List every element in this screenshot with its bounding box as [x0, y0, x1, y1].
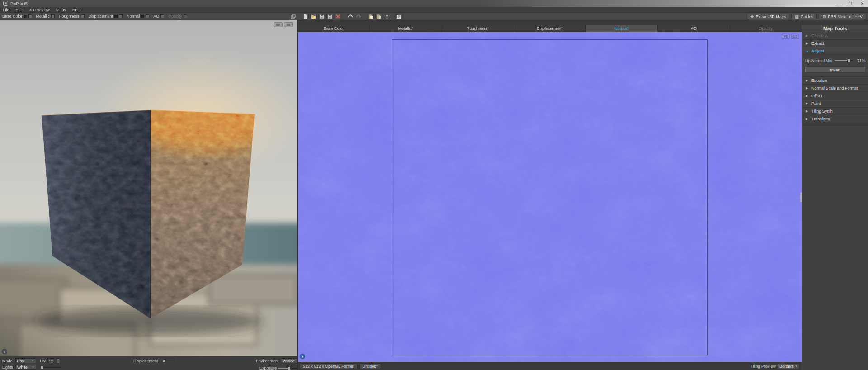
up-normal-mix-slider[interactable] — [835, 60, 853, 61]
invert-button[interactable]: Invert — [805, 67, 865, 73]
collapsed-arrow-icon: ▶ — [806, 117, 809, 121]
normal-swatch[interactable] — [141, 15, 144, 18]
normal-map-canvas[interactable]: Fit 1:1 i — [298, 32, 802, 362]
tab-opacity: Opacity — [730, 25, 802, 32]
maximize-button[interactable]: ❐ — [844, 0, 856, 7]
pbr-metallic-settings-button[interactable]: ⚙ PBR Metallic | H+V — [819, 14, 866, 19]
toggle-ao[interactable]: AO — [153, 14, 164, 19]
toggle-base-color[interactable]: Base Color — [2, 14, 32, 19]
save-as-icon[interactable] — [326, 14, 333, 19]
collapsed-arrow-icon: ▶ — [806, 42, 809, 45]
toggle-opacity: Opacity — [168, 14, 187, 19]
stone-cube-preview — [0, 20, 297, 356]
menu-edit[interactable]: Edit — [13, 8, 26, 13]
3d-preview-viewport[interactable]: i — [0, 20, 297, 356]
close-file-icon[interactable] — [335, 14, 341, 19]
map-tabbar: Base Color Metallic* Roughness* Displace… — [298, 25, 802, 32]
chevron-down-icon: ▼ — [795, 365, 798, 368]
tab-normal[interactable]: Normal* — [586, 25, 658, 32]
model-label: Model — [2, 359, 14, 363]
tab-displacement[interactable]: Displacement* — [514, 25, 586, 32]
minimize-button[interactable]: — — [833, 0, 844, 7]
toggle-normal[interactable]: Normal — [127, 14, 149, 19]
titlebar[interactable]: P PixPlant5 — ❐ ✕ — [0, 0, 868, 7]
window-title: PixPlant5 — [10, 1, 28, 6]
tab-ao[interactable]: AO — [658, 25, 730, 32]
up-normal-mix-value: 71% — [855, 58, 865, 63]
tiling-preview-label: Tiling Preview — [750, 364, 776, 369]
redo-icon — [355, 14, 362, 19]
paste-as-new-icon[interactable] — [367, 14, 374, 19]
menu-help[interactable]: Help — [69, 8, 84, 13]
section-tiling-synth[interactable]: ▶ Tiling Synth — [802, 108, 868, 115]
fit-view-button[interactable]: Fit — [782, 34, 790, 39]
lights-dropdown[interactable]: White ▼ — [15, 365, 36, 370]
texture-statusbar: 512 x 512 x OpenGL Format Untitled* Tili… — [298, 362, 802, 370]
stepper-down-icon[interactable]: ▼ — [56, 361, 60, 364]
close-button[interactable]: ✕ — [856, 0, 868, 7]
section-extract[interactable]: ▶ Extract — [802, 40, 868, 47]
toggle-roughness[interactable]: Roughness — [59, 14, 85, 19]
open-folder-icon[interactable] — [310, 14, 317, 19]
uv-label: UV — [40, 359, 46, 363]
section-offset[interactable]: ▶ Offset — [802, 92, 868, 100]
uv-stepper[interactable]: ▲ ▼ — [56, 358, 60, 363]
tab-roughness[interactable]: Roughness* — [442, 25, 514, 32]
up-normal-mix-label: Up Normal Mix — [805, 58, 832, 63]
guides-icon: ▦ — [795, 14, 799, 19]
canvas-info-icon[interactable]: i — [300, 354, 305, 359]
new-file-icon[interactable] — [302, 14, 309, 19]
guides-button[interactable]: ▦ Guides — [791, 14, 817, 19]
actual-size-button[interactable]: 1:1 — [791, 34, 799, 39]
section-adjust[interactable]: ▼ Adjust — [802, 47, 868, 55]
tiling-border-overlay — [392, 39, 708, 355]
roughness-checkbox[interactable] — [81, 14, 85, 18]
exposure-slider[interactable] — [278, 368, 299, 369]
chevron-down-icon: ▼ — [32, 360, 34, 362]
section-paint[interactable]: ▶ Paint — [802, 100, 868, 108]
paste-into-icon[interactable] — [375, 14, 382, 19]
tab-metallic[interactable]: Metallic* — [370, 25, 442, 32]
tiling-preview-dropdown[interactable]: Borders ▼ — [778, 364, 799, 369]
image-size-status: 512 x 512 x OpenGL Format — [300, 363, 358, 369]
toggle-metallic[interactable]: Metallic — [36, 14, 55, 19]
exposure-label: Exposure — [259, 366, 277, 370]
normal-checkbox[interactable] — [146, 14, 149, 18]
viewport-view-button-1[interactable] — [274, 22, 283, 27]
tab-base-color[interactable]: Base Color — [298, 25, 370, 32]
menu-file[interactable]: File — [0, 8, 13, 13]
ao-checkbox[interactable] — [160, 14, 164, 18]
uv-value-field[interactable]: 1x — [47, 358, 54, 363]
menu-maps[interactable]: Maps — [53, 8, 69, 13]
pixplant-window: P PixPlant5 — ❐ ✕ File Edit 3D Preview M… — [0, 0, 868, 370]
metallic-checkbox[interactable] — [51, 14, 55, 18]
app-logo-icon: P — [3, 1, 8, 6]
section-transform[interactable]: ▶ Transform — [802, 115, 868, 123]
toggle-displacement[interactable]: Displacement — [89, 14, 123, 19]
notes-icon[interactable] — [396, 14, 402, 19]
displacement-swatch[interactable] — [114, 15, 118, 18]
displacement-slider[interactable] — [160, 361, 174, 361]
undo-icon[interactable] — [347, 14, 354, 19]
section-normal-scale-and-format[interactable]: ▶ Normal Scale and Format — [802, 85, 868, 92]
collapsed-arrow-icon: ▶ — [806, 34, 809, 38]
map-tools-panel: Map Tools ▶ Check-in ▶ Extract ▼ Adjust … — [802, 20, 868, 370]
menubar: File Edit 3D Preview Maps Help — [0, 8, 868, 13]
file-name-status: Untitled* — [359, 363, 381, 369]
viewport-view-button-2[interactable] — [284, 22, 293, 27]
collapsed-arrow-icon: ▶ — [806, 102, 809, 105]
section-check-in: ▶ Check-in — [802, 32, 868, 40]
export-up-icon[interactable] — [383, 14, 390, 19]
float-view-icon[interactable] — [290, 14, 297, 19]
save-icon[interactable] — [318, 14, 325, 19]
menu-3d-preview[interactable]: 3D Preview — [26, 8, 53, 13]
map-tools-title: Map Tools — [802, 25, 868, 32]
base-color-swatch[interactable] — [24, 15, 27, 18]
viewport-info-icon[interactable]: i — [2, 349, 7, 354]
displacement-checkbox[interactable] — [119, 14, 123, 18]
lights-slider[interactable] — [41, 367, 61, 368]
base-color-checkbox[interactable] — [28, 14, 32, 18]
model-dropdown[interactable]: Box ▼ — [15, 358, 36, 363]
section-equalize[interactable]: ▶ Equalize — [802, 77, 868, 85]
extract-3d-maps-button[interactable]: ❖ Extract 3D Maps — [747, 14, 790, 19]
